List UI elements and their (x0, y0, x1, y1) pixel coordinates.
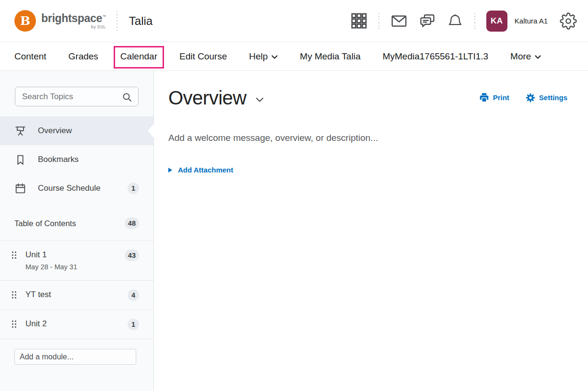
search-button[interactable] (120, 91, 134, 104)
account-settings-button[interactable] (560, 12, 577, 30)
add-attachment[interactable]: Add Attachment (168, 166, 567, 174)
search-topics (15, 87, 139, 106)
drag-handle-icon[interactable] (12, 320, 17, 328)
calendar-icon (14, 183, 26, 195)
dotted-divider (117, 11, 118, 31)
module-row-yt-test[interactable]: YT test 4 (0, 280, 153, 310)
dotted-divider (474, 13, 475, 29)
course-title: Talia (129, 14, 153, 28)
app-grid-button[interactable] (351, 12, 367, 29)
page-body: Overview Bookmarks Course Schedule 1 Tab… (0, 71, 588, 391)
content-actions: Print (479, 92, 567, 103)
module-name: YT test (25, 289, 51, 300)
header-actions: KA Kaltura A1 (351, 11, 577, 32)
brand-name: brightspace™ (41, 13, 106, 24)
bell-button[interactable] (447, 13, 463, 29)
sidebar-item-overview[interactable]: Overview (0, 116, 153, 145)
title-dropdown-button[interactable] (256, 97, 264, 103)
print-label: Print (493, 93, 509, 102)
bookmark-icon (14, 154, 26, 166)
drag-handle-icon[interactable] (12, 291, 17, 299)
nav-item-more[interactable]: More (510, 51, 541, 62)
nav-item-content[interactable]: Content (14, 51, 47, 62)
chevron-down-icon (535, 55, 541, 59)
module-count-badge: 1 (128, 319, 139, 330)
module-name: Unit 1 (25, 250, 77, 260)
module-name: Unit 2 (25, 319, 47, 329)
settings-button[interactable]: Settings (526, 92, 567, 103)
content-header: Overview Print (168, 88, 567, 108)
nav-item-my-media-talia[interactable]: My Media Talia (300, 51, 360, 62)
nav-item-edit-course[interactable]: Edit Course (179, 51, 227, 62)
content-sidebar: Overview Bookmarks Course Schedule 1 Tab… (0, 71, 154, 391)
user-avatar[interactable]: KA (486, 11, 507, 32)
module-row-unit-1[interactable]: Unit 1 May 28 - May 31 43 (0, 241, 153, 280)
dotted-divider (378, 13, 379, 29)
welcome-message-placeholder[interactable]: Add a welcome message, overview, or desc… (168, 133, 567, 143)
nav-item-calendar[interactable]: Calendar (120, 51, 157, 62)
brand-text: brightspace™ by D2L (41, 13, 106, 29)
course-navbar: Content Grades Calendar Edit Course Help… (0, 42, 588, 71)
module-count-badge: 43 (125, 250, 139, 261)
user-name: Kaltura A1 (515, 17, 548, 25)
brand-byline: by D2L (91, 25, 106, 29)
print-button[interactable]: Print (479, 92, 509, 103)
add-attachment-label: Add Attachment (178, 166, 233, 174)
nav-item-help[interactable]: Help (249, 51, 278, 62)
sidebar-item-course-schedule[interactable]: Course Schedule 1 (0, 174, 153, 203)
bell-icon (447, 13, 463, 29)
brightspace-logo-icon: B (14, 10, 36, 32)
print-icon (479, 92, 489, 103)
chevron-down-icon (271, 55, 278, 59)
mail-button[interactable] (390, 12, 408, 30)
mail-icon (390, 12, 408, 30)
nav-item-mymedia1765561-1lti1-3[interactable]: MyMedia1765561-1LTI1.3 (383, 51, 488, 62)
search-icon (121, 92, 133, 103)
sidebar-nav: Overview Bookmarks Course Schedule 1 (0, 116, 153, 203)
gear-icon (560, 12, 577, 30)
sidebar-item-bookmarks[interactable]: Bookmarks (0, 145, 153, 174)
module-count-badge: 4 (128, 289, 139, 301)
toc-label: Table of Contents (14, 219, 76, 228)
module-list: Unit 1 May 28 - May 31 43 YT test 4 Uni (0, 241, 153, 339)
nav-item-grades[interactable]: Grades (69, 51, 98, 62)
main-content: Overview Print (154, 71, 588, 391)
expand-arrow-icon (168, 168, 172, 172)
page-title: Overview (168, 88, 247, 108)
chevron-down-icon (256, 97, 264, 103)
settings-gear-icon (526, 93, 535, 103)
count-badge: 1 (128, 183, 139, 194)
drag-handle-icon[interactable] (12, 251, 17, 259)
settings-label: Settings (539, 93, 567, 102)
chat-icon (419, 12, 436, 30)
module-row-unit-2[interactable]: Unit 2 1 (0, 310, 153, 339)
chat-button[interactable] (419, 12, 436, 30)
module-dates: May 28 - May 31 (25, 263, 77, 272)
brightspace-logo[interactable]: B brightspace™ by D2L (14, 10, 106, 32)
top-header: B brightspace™ by D2L Talia (0, 0, 588, 42)
add-module-input[interactable] (14, 349, 136, 365)
app-grid-icon (351, 12, 367, 29)
toc-count-badge: 48 (125, 218, 139, 229)
easel-icon (14, 125, 26, 137)
table-of-contents[interactable]: Table of Contents 48 (0, 211, 153, 236)
